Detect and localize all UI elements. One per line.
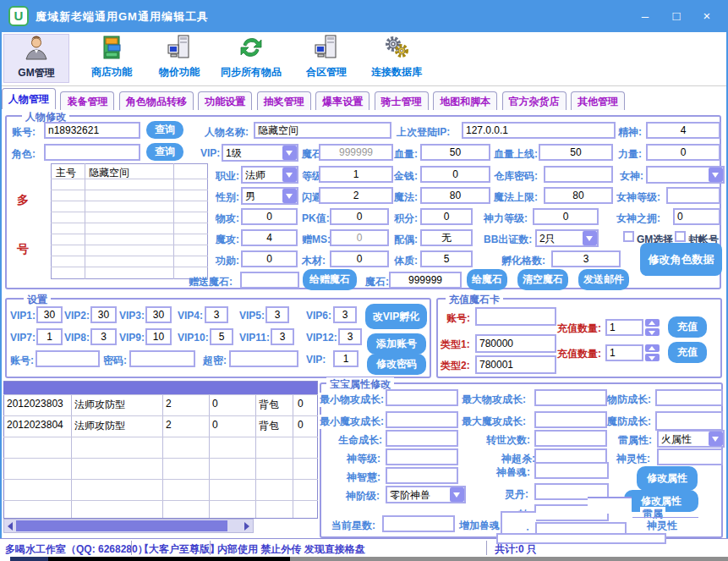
goddess-select[interactable]	[646, 166, 725, 184]
goddess-level-input[interactable]	[666, 187, 720, 204]
qty1-input[interactable]	[605, 319, 643, 336]
god-level-input[interactable]	[386, 448, 458, 465]
gender-select[interactable]: 男	[241, 187, 298, 205]
stone2-input[interactable]	[389, 272, 462, 289]
spirit-input[interactable]	[646, 122, 720, 139]
bb-count-select[interactable]: 2只	[535, 229, 599, 247]
tab-droprate-settings[interactable]: 爆率设置	[315, 91, 369, 110]
vip5-input[interactable]	[265, 306, 289, 323]
pk-input[interactable]	[330, 208, 389, 225]
ban-account-checkbox[interactable]	[675, 231, 686, 242]
pet-row-cell[interactable]: 2	[166, 419, 172, 431]
modify-attr-button[interactable]: 修改属性	[637, 466, 698, 491]
vip9-input[interactable]	[145, 328, 172, 345]
spin-down-icon[interactable]	[645, 328, 660, 336]
vip6-input[interactable]	[333, 306, 357, 323]
spouse-input[interactable]	[420, 229, 473, 246]
clear-stone-button[interactable]: 清空魔石	[517, 269, 568, 290]
thunder-select[interactable]: 火属性	[657, 430, 725, 448]
query-account-button[interactable]: 查询	[146, 121, 183, 139]
recharge2-button[interactable]: 充值	[668, 342, 707, 363]
pet-row-cell[interactable]: 背包	[259, 398, 279, 412]
tab-equipment-manage[interactable]: 装备管理	[60, 91, 114, 110]
settings-vip-input[interactable]	[333, 350, 359, 367]
pet-row-cell[interactable]: 法师攻防型	[74, 398, 125, 412]
multi-account-table[interactable]	[51, 163, 208, 279]
add-account-button[interactable]: 添加账号	[367, 333, 426, 355]
spin-down-icon[interactable]	[645, 354, 660, 361]
rebirth-count-input[interactable]	[534, 430, 607, 447]
wood-input[interactable]	[330, 250, 389, 267]
hp-max-input[interactable]	[539, 144, 613, 161]
vip2-input[interactable]	[90, 306, 117, 323]
change-password-button[interactable]: 修改密码	[367, 354, 426, 375]
give-stone-button[interactable]: 给魔石	[467, 269, 507, 290]
hatch-slots-input[interactable]	[551, 250, 621, 267]
min-matk-input[interactable]	[386, 411, 458, 428]
life-growth-input[interactable]	[386, 430, 458, 447]
god-soul-input[interactable]	[534, 462, 609, 479]
max-patk-input[interactable]	[534, 389, 607, 406]
god-wisdom-input[interactable]	[386, 467, 458, 484]
min-patk-input[interactable]	[386, 389, 458, 406]
vip12-input[interactable]	[338, 328, 362, 345]
last-ip-input[interactable]	[462, 122, 616, 139]
maximize-button[interactable]: □	[665, 7, 687, 25]
pet-table-hscrollbar[interactable]	[3, 519, 254, 533]
gift-stone-input[interactable]	[240, 272, 299, 289]
warehouse-pwd-input[interactable]	[544, 166, 613, 183]
qty2-input[interactable]	[605, 344, 643, 361]
toolbar-shop[interactable]: 商店功能	[79, 34, 144, 83]
job-select[interactable]: 法师	[241, 166, 298, 184]
tab-knight-manage[interactable]: 骑士管理	[375, 91, 429, 110]
give-gift-stone-button[interactable]: 给赠魔石	[303, 269, 357, 290]
strength-input[interactable]	[646, 144, 720, 161]
qty2-spinner[interactable]	[645, 344, 660, 361]
vip7-input[interactable]	[36, 328, 63, 345]
m-atk-input[interactable]	[241, 229, 298, 246]
dodge-input[interactable]	[319, 187, 393, 204]
type1-input[interactable]	[475, 334, 556, 353]
settings-password-input[interactable]	[129, 350, 195, 367]
spin-up-icon[interactable]	[645, 344, 660, 352]
divine-level-input[interactable]	[533, 208, 599, 225]
tab-character-manage[interactable]: 人物管理	[2, 88, 56, 109]
pet-row-cell[interactable]: 2012023804	[7, 419, 63, 431]
vip3-input[interactable]	[145, 306, 172, 323]
pet-row-cell[interactable]: 2	[166, 398, 172, 410]
tab-other-manage[interactable]: 其他管理	[571, 91, 625, 110]
toolbar-merge-zone[interactable]: 合区管理	[294, 34, 359, 83]
tab-function-settings[interactable]: 功能设置	[198, 91, 252, 110]
scroll-left-icon[interactable]	[5, 520, 16, 531]
minimize-button[interactable]: –	[634, 7, 656, 25]
gift-ms-input[interactable]	[330, 229, 389, 246]
pet-row-cell[interactable]: 0	[298, 398, 304, 410]
account-input[interactable]	[44, 122, 140, 139]
settings-super-pwd-input[interactable]	[229, 350, 298, 367]
close-button[interactable]: ×	[696, 7, 718, 25]
magic-max-input[interactable]	[544, 187, 613, 204]
toolbar-gm-manage[interactable]: GM管理	[3, 34, 69, 83]
scrollbar-thumb[interactable]	[16, 520, 227, 531]
physique-input[interactable]	[420, 250, 473, 267]
settings-account-input[interactable]	[36, 350, 100, 367]
vip10-input[interactable]	[210, 328, 233, 345]
pdef-input[interactable]	[655, 389, 723, 406]
pet-row-cell[interactable]: 法师攻防型	[74, 419, 125, 433]
magic-input[interactable]	[420, 187, 490, 204]
vip11-input[interactable]	[271, 328, 294, 345]
spin-up-icon[interactable]	[645, 319, 660, 327]
role-input[interactable]	[44, 144, 140, 161]
goddess-hug-input[interactable]	[673, 208, 720, 225]
tab-lottery-manage[interactable]: 抽奖管理	[257, 91, 311, 110]
vip8-input[interactable]	[90, 328, 117, 345]
hp-input[interactable]	[420, 144, 490, 161]
max-matk-input[interactable]	[534, 411, 607, 428]
query-role-button[interactable]: 查询	[146, 143, 183, 161]
ghost-long-input[interactable]	[496, 533, 666, 544]
pet-row-cell[interactable]: 0	[298, 419, 304, 431]
current-stars-input[interactable]	[382, 515, 455, 532]
qty1-spinner[interactable]	[645, 319, 660, 336]
pet-row-cell[interactable]: 0	[212, 419, 218, 431]
tab-official-store[interactable]: 官方杂货店	[502, 91, 567, 110]
